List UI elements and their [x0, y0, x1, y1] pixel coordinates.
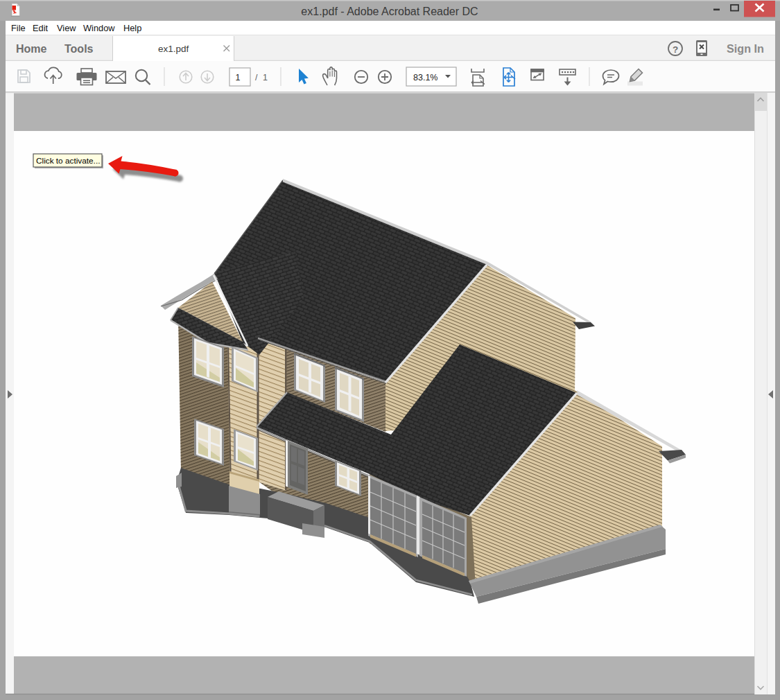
svg-text:Click to activate...: Click to activate...	[36, 156, 100, 166]
svg-text:ex1.pdf: ex1.pdf	[158, 44, 189, 54]
svg-text:File: File	[11, 23, 26, 33]
svg-text:View: View	[57, 23, 76, 33]
svg-text:Window: Window	[83, 23, 115, 33]
svg-text:1: 1	[236, 73, 241, 82]
svg-text:ex1.pdf - Adobe Acrobat Reader: ex1.pdf - Adobe Acrobat Reader DC	[301, 6, 478, 17]
svg-text:/: /	[255, 73, 258, 82]
svg-text:83.1%: 83.1%	[413, 73, 437, 82]
svg-text:Help: Help	[123, 23, 141, 33]
svg-text:Tools: Tools	[64, 43, 94, 55]
svg-text:?: ?	[673, 44, 678, 55]
svg-text:Sign In: Sign In	[727, 42, 764, 55]
svg-text:Home: Home	[16, 43, 47, 55]
svg-text:1: 1	[263, 73, 268, 82]
svg-text:Edit: Edit	[33, 23, 48, 33]
